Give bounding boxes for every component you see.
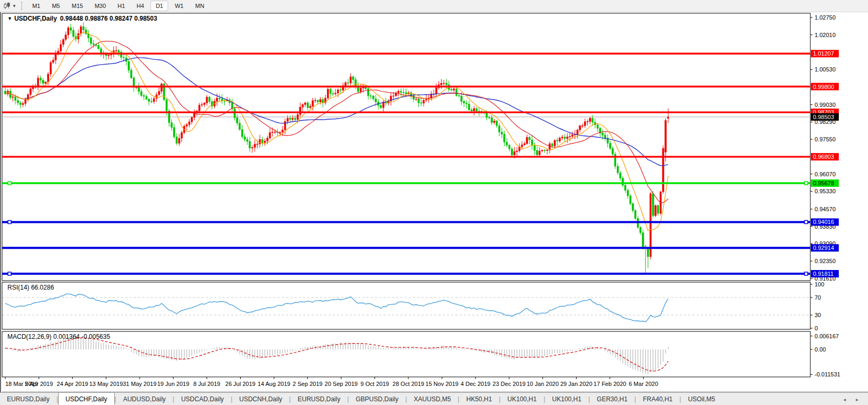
tab-xauusd-m5[interactable]: XAUUSD,M5 xyxy=(407,394,458,404)
date-label: 17 Feb 2020 xyxy=(593,381,626,387)
tab-uk100-h1[interactable]: UK100,H1 xyxy=(545,394,588,404)
level-handle xyxy=(805,220,808,223)
tf-button-m15[interactable]: M15 xyxy=(66,1,88,11)
axis-badge: 0.99800 xyxy=(811,83,839,91)
price-tick: 0.97550 xyxy=(815,136,836,142)
price-tick: 1.02010 xyxy=(815,32,836,38)
axis-badge: 0.95678 xyxy=(811,179,839,187)
svg-text:0.95678: 0.95678 xyxy=(813,180,834,186)
price-tick: 0.95330 xyxy=(815,188,836,194)
rsi-axis-tick: 70 xyxy=(815,294,821,301)
tf-button-m5[interactable]: M5 xyxy=(47,1,65,11)
tab-usoil-m5[interactable]: USOil,M5 xyxy=(681,394,722,404)
tab-usdchf-daily[interactable]: USDCHF,Daily xyxy=(58,392,115,405)
svg-text:0.96803: 0.96803 xyxy=(813,154,834,160)
ohlc-values: 0.98448 0.98876 0.98247 0.98503 xyxy=(60,15,158,22)
date-label: 26 Jul 2019 xyxy=(225,381,255,387)
date-label: 4 Dec 2019 xyxy=(461,381,490,387)
date-label: 19 Jun 2019 xyxy=(157,381,189,387)
svg-text:1.01207: 1.01207 xyxy=(813,50,834,57)
axis-badge: 0.98503 xyxy=(811,113,839,121)
level-handle xyxy=(8,272,11,275)
macd-axis-tick: -0.011531 xyxy=(815,371,840,377)
tab-fra40-h1[interactable]: FRA40,H1 xyxy=(636,394,679,404)
rsi-label: RSI(14) 66.0286 xyxy=(7,284,54,291)
rsi-axis-tick: 30 xyxy=(815,312,821,318)
tf-button-m30[interactable]: M30 xyxy=(89,1,111,11)
title-caret-icon[interactable]: ▼ xyxy=(7,16,12,21)
macd-label: MACD(12,26,9) 0.001364 -0.005635 xyxy=(7,333,110,340)
date-label: 29 Jan 2020 xyxy=(560,381,592,387)
axis-badge: 0.91811 xyxy=(811,270,839,277)
date-label: 23 Dec 2019 xyxy=(492,381,525,387)
price-tick: 1.00530 xyxy=(815,66,836,73)
level-handle xyxy=(8,220,11,223)
tf-button-h1[interactable]: H1 xyxy=(112,1,130,11)
price-tick: 0.92350 xyxy=(815,258,836,264)
price-tick: 1.02750 xyxy=(815,14,836,21)
date-label: 14 Aug 2019 xyxy=(258,381,290,387)
tab-usdcad-daily[interactable]: USDCAD,Daily xyxy=(174,394,231,404)
tf-button-h4[interactable]: H4 xyxy=(131,1,149,11)
axis-badge: 0.92914 xyxy=(811,244,839,251)
level-handle xyxy=(805,182,808,185)
date-label: 10 Jan 2020 xyxy=(527,381,559,387)
tab-eurusd-daily[interactable]: EURUSD,Daily xyxy=(0,394,57,404)
tab-usdcnh-daily[interactable]: USDCNH,Daily xyxy=(232,394,289,404)
trading-terminal: ▼ M1M5M15M30H1H4D1W1MN 1.027501.020101.0… xyxy=(0,0,868,405)
date-label: 31 May 2019 xyxy=(123,381,157,387)
svg-text:0.91811: 0.91811 xyxy=(813,271,834,277)
candlestick-glyph xyxy=(3,2,11,10)
axis-badge: 1.01207 xyxy=(811,50,839,57)
svg-text:0.99800: 0.99800 xyxy=(813,84,834,90)
tab-eurusd-daily[interactable]: EURUSD,Daily xyxy=(291,394,348,404)
svg-text:0.94016: 0.94016 xyxy=(813,219,834,225)
date-label: 2 Sep 2019 xyxy=(293,381,322,387)
date-label: 5 Apr 2019 xyxy=(25,381,53,387)
tf-button-d1[interactable]: D1 xyxy=(150,1,168,11)
timeframe-toolbar: ▼ M1M5M15M30H1H4D1W1MN xyxy=(0,0,868,12)
date-label: 24 Apr 2019 xyxy=(57,381,88,387)
date-label: 20 Sep 2019 xyxy=(325,381,358,387)
level-handle xyxy=(805,272,808,275)
tf-button-mn[interactable]: MN xyxy=(190,1,209,11)
date-label: 28 Oct 2019 xyxy=(392,381,424,387)
chart-type-caret-icon[interactable]: ▼ xyxy=(12,4,16,8)
chart-window: 1.027501.020101.005300.990300.982900.975… xyxy=(0,12,868,392)
tab-gbpusd-daily[interactable]: GBPUSD,Daily xyxy=(349,394,406,404)
price-tick: 0.96070 xyxy=(815,171,836,177)
tab-uk100-h1[interactable]: UK100,H1 xyxy=(500,394,543,404)
tab-ger30-h1[interactable]: GER30,H1 xyxy=(590,394,634,404)
chart-title: ▼USDCHF,Daily 0.98448 0.98876 0.98247 0.… xyxy=(7,15,157,22)
timeframe-buttons: M1M5M15M30H1H4D1W1MN xyxy=(26,1,210,11)
date-label: 15 Nov 2019 xyxy=(425,381,458,387)
rsi-axis-tick: 100 xyxy=(815,281,824,287)
macd-axis-tick: 0.00 xyxy=(815,346,826,353)
date-label: 13 May 2019 xyxy=(89,381,123,387)
price-tick: 0.99030 xyxy=(815,102,836,108)
level-handle xyxy=(8,182,11,185)
axis-badge: 0.94016 xyxy=(811,218,839,226)
date-label: 8 Jul 2019 xyxy=(194,381,221,387)
macd-axis-tick: 0.006167 xyxy=(815,333,839,339)
svg-text:0.92914: 0.92914 xyxy=(813,245,834,251)
pane-borders xyxy=(2,13,868,392)
candlestick-chart-icon[interactable] xyxy=(2,2,12,10)
tab-hk50-h1[interactable]: HK50,H1 xyxy=(459,394,499,404)
axis-badge: 0.96803 xyxy=(811,153,839,160)
tab-audusd-daily[interactable]: AUDUSD,Daily xyxy=(116,394,173,404)
svg-text:0.98503: 0.98503 xyxy=(813,114,834,120)
tab-bar: EURUSD,Daily|USDCHF,Daily|AUDUSD,Daily|U… xyxy=(0,392,868,405)
tf-button-m1[interactable]: M1 xyxy=(27,1,45,11)
chart-canvas[interactable]: 1.027501.020101.005300.990300.982900.975… xyxy=(1,12,868,404)
price-tick: 0.94570 xyxy=(815,206,836,212)
date-label: 6 Mar 2020 xyxy=(629,381,659,387)
rsi-axis-tick: 0 xyxy=(815,325,818,331)
tf-button-w1[interactable]: W1 xyxy=(169,1,189,11)
toolbar-separator xyxy=(21,2,22,10)
date-label: 9 Oct 2019 xyxy=(361,381,389,387)
tab-scroll-arrows[interactable]: ◂ ▸ xyxy=(843,397,863,402)
symbol-label: USDCHF,Daily xyxy=(14,15,57,22)
